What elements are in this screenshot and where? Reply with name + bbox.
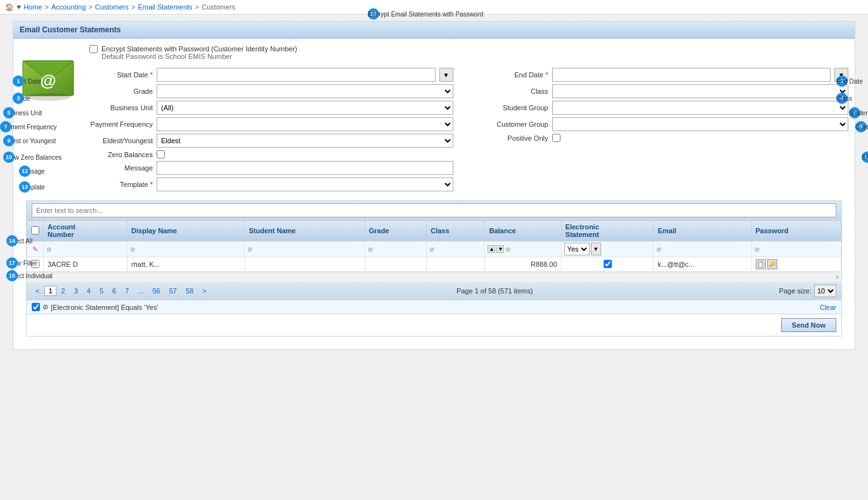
- electronic-dropdown-btn[interactable]: ▼: [591, 243, 601, 255]
- page-links: < 1 2 3 4 5 6 7 ... 56 57 58 >: [32, 286, 211, 296]
- encrypt-checkbox[interactable]: [89, 45, 98, 53]
- filter-icon-email[interactable]: ⊘: [656, 246, 661, 253]
- col-header-student: Student Name: [245, 221, 365, 241]
- electronic-checkbox[interactable]: [604, 260, 612, 268]
- cell-display: rhatt, K...: [127, 257, 245, 272]
- page-3[interactable]: 3: [70, 286, 82, 296]
- customer-group-label: Customer Group: [466, 120, 548, 128]
- balance-down-btn[interactable]: ▼: [496, 245, 504, 253]
- col-header-display: Display Name: [127, 221, 245, 241]
- encrypt-row: Encrypt Statements with Password (Custom…: [89, 45, 848, 60]
- template-row: Template: [70, 177, 453, 191]
- row-checkbox[interactable]: [31, 260, 39, 268]
- pf-annotation: 7: [0, 121, 11, 132]
- page-2[interactable]: 2: [58, 286, 69, 296]
- cg-annotation-label: Customer Group: [855, 124, 868, 131]
- page-5[interactable]: 5: [96, 286, 107, 296]
- cell-class: [427, 257, 485, 272]
- search-bar: [27, 201, 841, 220]
- breadcrumb-accounting[interactable]: Accounting: [51, 3, 86, 11]
- panel-title: Email Customer Statements: [20, 25, 120, 34]
- filter-icon-class[interactable]: ⊘: [429, 246, 434, 253]
- breadcrumb-home[interactable]: Home: [23, 3, 42, 11]
- student-group-select[interactable]: [552, 101, 849, 115]
- po-annotation: 11: [862, 151, 868, 163]
- page-57[interactable]: 57: [165, 286, 181, 296]
- filter-row: ✎ ⊘ ⊘ ⊘ ⊘ ⊘ ▲ ▼ ⊘: [27, 241, 841, 257]
- col-header-email: Email: [654, 221, 751, 241]
- page-6[interactable]: 6: [108, 286, 120, 296]
- heart-icon: ♥: [16, 3, 21, 11]
- svg-text:@: @: [40, 71, 56, 90]
- select-all-checkbox[interactable]: [31, 226, 39, 234]
- filter-tag-checkbox[interactable]: [32, 303, 40, 311]
- filter-icon-student[interactable]: ⊘: [247, 246, 252, 253]
- filter-tag: ⊘ [Electronic Statement] Equals 'Yes': [32, 303, 159, 311]
- filter-icon-password[interactable]: ⊘: [755, 246, 760, 253]
- grade-row: Grade: [70, 84, 453, 98]
- message-input[interactable]: [157, 161, 453, 175]
- template-select[interactable]: [157, 177, 453, 191]
- balance-up-btn[interactable]: ▲: [488, 245, 495, 253]
- col-header-checkbox: [27, 221, 44, 241]
- electronic-filter-select[interactable]: Yes No All: [564, 243, 590, 255]
- search-input[interactable]: [32, 203, 836, 217]
- page-1[interactable]: 1: [44, 286, 56, 296]
- positive-only-row: Positive Only: [466, 134, 849, 142]
- zero-balances-row: Zero Balances: [70, 150, 453, 158]
- class-select[interactable]: [552, 84, 849, 98]
- send-now-bar: Send Now: [27, 314, 841, 336]
- payment-frequency-label: Payment Frequency: [70, 120, 153, 128]
- end-date-dropdown[interactable]: ▼: [834, 68, 848, 82]
- positive-only-checkbox[interactable]: [552, 134, 560, 142]
- page-58[interactable]: 58: [182, 286, 197, 296]
- filter-icon-grade[interactable]: ⊘: [368, 246, 373, 253]
- page-7[interactable]: 7: [121, 286, 133, 296]
- zero-balances-checkbox[interactable]: [157, 150, 165, 158]
- filter-funnel-icon: ⊘: [42, 303, 48, 311]
- grade-select[interactable]: [157, 84, 453, 98]
- end-date-input[interactable]: 2020/10/31: [552, 68, 831, 82]
- col-header-grade: Grade: [365, 221, 427, 241]
- page-size-row: Page size: 10 20 50: [779, 285, 836, 297]
- breadcrumb-customers[interactable]: Customers: [95, 3, 129, 11]
- grade-label: Grade: [70, 87, 153, 95]
- business-unit-select[interactable]: (All): [157, 101, 453, 115]
- password-icon-1[interactable]: 📋: [756, 259, 766, 269]
- filter-icon-display[interactable]: ⊘: [130, 246, 135, 253]
- customer-group-row: Customer Group: [466, 117, 849, 131]
- eldest-youngest-select[interactable]: Eldest Youngest: [157, 134, 453, 148]
- filter-icon-account[interactable]: ⊘: [46, 246, 51, 253]
- page-prev[interactable]: <: [32, 286, 43, 296]
- cell-balance: R888.00: [485, 257, 561, 272]
- edit-icon[interactable]: ✎: [32, 245, 38, 253]
- page-56[interactable]: 56: [148, 286, 164, 296]
- col-header-class: Class: [427, 221, 485, 241]
- breadcrumb-email-statements[interactable]: Email Statements: [138, 3, 192, 11]
- col-header-electronic: ElectronicStatement: [561, 221, 654, 241]
- positive-only-label: Positive Only: [466, 134, 548, 142]
- page-size-select[interactable]: 10 20 50: [814, 285, 836, 297]
- eldest-youngest-row: Eldest/Youngest Eldest Youngest: [70, 134, 453, 148]
- password-icon-2[interactable]: 🔑: [767, 259, 777, 269]
- form-container: Start Date '10/01 ▼ Grade Business Unit: [70, 68, 848, 194]
- pagination-bar: < 1 2 3 4 5 6 7 ... 56 57 58 > Page: [27, 282, 841, 300]
- page-4[interactable]: 4: [83, 286, 94, 296]
- start-date-input[interactable]: '10/01: [157, 68, 436, 82]
- page-info: Page 1 of 58 (571 items): [457, 287, 533, 295]
- class-row: Class: [466, 84, 849, 98]
- filter-icon-balance[interactable]: ⊘: [505, 246, 510, 253]
- start-date-row: Start Date '10/01 ▼: [70, 68, 453, 82]
- clear-filter-link[interactable]: Clear: [820, 304, 836, 311]
- cell-email: k...@tt@c...: [654, 257, 751, 272]
- customer-group-select[interactable]: [552, 117, 849, 131]
- payment-frequency-select[interactable]: [157, 117, 453, 131]
- eldest-youngest-label: Eldest/Youngest: [70, 137, 153, 144]
- zero-balances-label: Zero Balances: [70, 151, 153, 158]
- start-date-dropdown[interactable]: ▼: [439, 68, 453, 82]
- cell-student: [245, 257, 365, 272]
- page-next[interactable]: >: [198, 286, 210, 296]
- send-now-button[interactable]: Send Now: [781, 318, 836, 332]
- home-icon: 🏠: [5, 3, 14, 11]
- table-row: 3ACRE D rhatt, K... R888.00 k...@tt@c...: [27, 257, 841, 272]
